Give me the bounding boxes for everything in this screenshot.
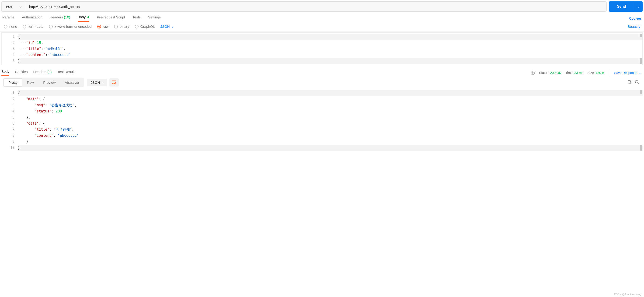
code-area: { "meta": { "msg": "公告修改成功", "status": 2…	[18, 89, 642, 152]
response-body-viewer[interactable]: 1 2 3 4 5 6 7 8 9 10 { "meta": { "msg": …	[2, 89, 642, 152]
chevron-down-icon: ⌵	[639, 71, 641, 74]
chevron-down-icon: ⌵	[172, 25, 173, 28]
body-modified-dot-icon	[88, 16, 89, 18]
radio-icon	[49, 25, 53, 28]
svg-point-2	[635, 80, 638, 83]
search-icon	[635, 80, 639, 84]
scrollbar-thumb[interactable]	[640, 34, 642, 37]
cookies-link[interactable]: Cookies	[629, 16, 642, 20]
response-language-dropdown[interactable]: JSON ⌵	[87, 78, 107, 86]
scrollbar-thumb[interactable]	[640, 90, 642, 94]
response-tab-body[interactable]: Body	[2, 70, 9, 76]
code-area[interactable]: { ····"id":19, ····"title":·"会议通知", ····…	[18, 33, 642, 65]
radio-icon	[135, 25, 138, 28]
beautify-button[interactable]: Beautify	[628, 24, 640, 28]
url-input[interactable]	[26, 2, 606, 12]
send-button[interactable]: Send	[609, 2, 634, 12]
chevron-down-icon: ⌵	[102, 81, 104, 84]
method-select[interactable]: PUT ⌵	[2, 2, 26, 12]
radio-icon	[97, 25, 101, 28]
send-dropdown-button[interactable]: ⌵	[634, 2, 642, 12]
svg-rect-1	[628, 80, 630, 83]
response-view-segmented: Pretty Raw Preview Visualize	[3, 78, 84, 87]
chevron-down-icon: ⌵	[20, 5, 22, 8]
method-url-bar: PUT ⌵	[2, 2, 607, 12]
body-language-value: JSON	[160, 24, 170, 28]
scrollbar-thumb[interactable]	[640, 145, 642, 151]
copy-button[interactable]	[626, 79, 633, 86]
search-button[interactable]	[633, 79, 641, 86]
response-headers-count: (9)	[47, 70, 52, 74]
response-tab-headers[interactable]: Headers (9)	[33, 70, 52, 76]
body-type-formdata[interactable]: form-data	[23, 24, 43, 28]
copy-icon	[627, 80, 632, 84]
method-value: PUT	[6, 5, 13, 9]
wrap-icon	[112, 80, 116, 84]
tab-headers[interactable]: Headers (10)	[50, 15, 70, 22]
status-meta: Status: 200 OK	[539, 71, 561, 75]
body-language-dropdown[interactable]: JSON ⌵	[160, 24, 173, 28]
radio-icon	[4, 25, 8, 28]
view-raw[interactable]: Raw	[22, 78, 38, 86]
svg-line-3	[638, 83, 639, 84]
radio-icon	[114, 25, 118, 28]
tab-params[interactable]: Params	[2, 15, 14, 22]
tab-body-label: Body	[78, 15, 86, 19]
save-response-button[interactable]: Save Response ⌵	[614, 71, 641, 75]
view-preview[interactable]: Preview	[38, 78, 60, 86]
headers-count: (10)	[64, 15, 70, 19]
tab-prerequest[interactable]: Pre-request Script	[97, 15, 125, 22]
body-type-none[interactable]: none	[4, 24, 17, 28]
globe-icon[interactable]	[531, 71, 535, 75]
tab-tests[interactable]: Tests	[132, 15, 141, 22]
tab-headers-label: Headers	[50, 15, 63, 19]
request-body-editor[interactable]: 1 2 3 4 5 { ····"id":19, ····"title":·"会…	[2, 32, 642, 65]
body-type-graphql[interactable]: GraphQL	[135, 24, 155, 28]
tab-authorization[interactable]: Authorization	[22, 15, 42, 22]
view-visualize[interactable]: Visualize	[60, 78, 84, 86]
body-type-urlencoded[interactable]: x-www-form-urlencoded	[49, 24, 92, 28]
tab-body[interactable]: Body	[78, 15, 89, 22]
divider	[610, 70, 610, 75]
body-type-binary[interactable]: binary	[114, 24, 129, 28]
body-type-raw[interactable]: raw	[97, 24, 108, 28]
line-gutter: 1 2 3 4 5	[2, 33, 18, 65]
wrap-lines-button[interactable]	[110, 78, 119, 86]
view-pretty[interactable]: Pretty	[4, 78, 22, 86]
tab-settings[interactable]: Settings	[148, 15, 161, 22]
size-meta: Size: 430 B	[588, 71, 604, 75]
chevron-down-icon: ⌵	[638, 5, 639, 8]
time-meta: Time: 33 ms	[566, 71, 583, 75]
response-tab-test-results[interactable]: Test Results	[58, 70, 76, 76]
scrollbar-thumb[interactable]	[640, 58, 642, 64]
response-tab-cookies[interactable]: Cookies	[15, 70, 28, 76]
radio-icon	[23, 25, 26, 28]
line-gutter: 1 2 3 4 5 6 7 8 9 10	[2, 89, 18, 152]
